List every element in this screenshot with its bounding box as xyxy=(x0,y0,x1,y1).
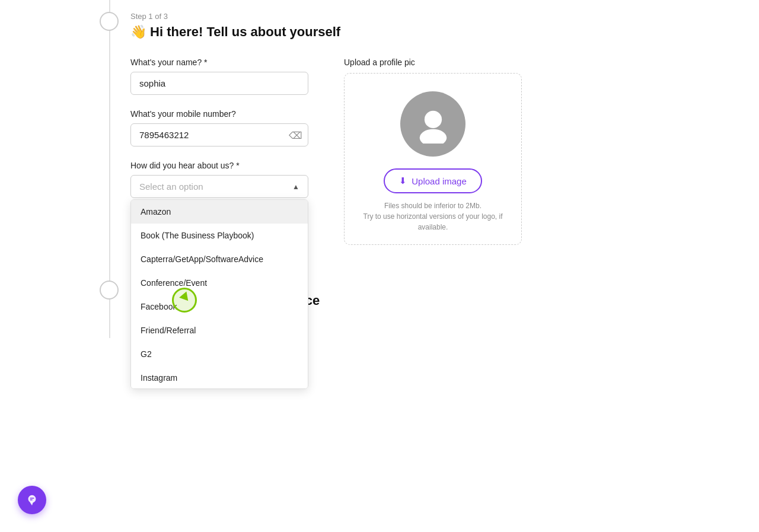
svg-rect-5 xyxy=(30,499,33,500)
dropdown-item-facebook[interactable]: Facebook xyxy=(131,295,308,318)
upload-icon: ⬇ xyxy=(399,176,407,186)
form-layout: What's your name? * What's your mobile n… xyxy=(130,58,723,245)
upload-image-label: Upload image xyxy=(412,176,467,186)
phone-field-group: What's your mobile number? ⌫ xyxy=(130,109,308,146)
step-1-section: Step 1 of 3 👋 Hi there! Tell us about yo… xyxy=(0,0,759,263)
svg-point-0 xyxy=(424,110,441,128)
step-2-section: Step 2 of 3 ⚙️ Customize your experience xyxy=(0,275,759,338)
upload-hint: Files should be inferior to 2Mb. Try to … xyxy=(356,200,509,232)
step-1-title: 👋 Hi there! Tell us about yourself xyxy=(130,24,723,40)
svg-marker-3 xyxy=(30,502,33,506)
user-avatar-icon xyxy=(414,105,452,144)
form-left: What's your name? * What's your mobile n… xyxy=(130,58,308,212)
referral-label: How did you hear about us? * xyxy=(130,161,308,170)
step-1-label: Step 1 of 3 xyxy=(130,12,723,21)
step-1-indicator xyxy=(100,12,119,31)
phone-input-wrapper: ⌫ xyxy=(130,123,308,146)
referral-dropdown-trigger[interactable]: Select an option ▲ xyxy=(130,175,308,198)
chat-icon xyxy=(25,493,39,506)
support-chat-button[interactable] xyxy=(18,486,46,514)
step-2-indicator xyxy=(100,281,119,300)
dropdown-item-friend[interactable]: Friend/Referral xyxy=(131,318,308,342)
svg-point-2 xyxy=(28,495,36,503)
svg-rect-4 xyxy=(30,498,34,498)
referral-field-group: How did you hear about us? * Select an o… xyxy=(130,161,308,198)
dropdown-item-instagram[interactable]: Instagram xyxy=(131,366,308,389)
referral-dropdown-wrapper: Select an option ▲ Amazon Book (The Busi… xyxy=(130,175,308,198)
chevron-up-icon: ▲ xyxy=(292,183,299,191)
referral-dropdown-menu: Amazon Book (The Business Playbook) Capt… xyxy=(130,199,308,389)
avatar-placeholder xyxy=(400,91,465,157)
svg-point-1 xyxy=(419,129,447,143)
phone-label: What's your mobile number? xyxy=(130,109,308,119)
dropdown-item-g2[interactable]: G2 xyxy=(131,342,308,366)
name-field-group: What's your name? * xyxy=(130,58,308,95)
form-right: Upload a profile pic ⬇ Upload image xyxy=(344,58,522,245)
name-label: What's your name? * xyxy=(130,58,308,67)
upload-hint-line1: Files should be inferior to 2Mb. xyxy=(384,202,481,210)
phone-input[interactable] xyxy=(130,123,308,146)
upload-hint-line2: Try to use horizontal versions of your l… xyxy=(363,212,503,231)
profile-upload-box: ⬇ Upload image Files should be inferior … xyxy=(344,73,522,245)
referral-placeholder: Select an option xyxy=(139,181,203,192)
backspace-icon: ⌫ xyxy=(289,129,302,141)
dropdown-item-book[interactable]: Book (The Business Playbook) xyxy=(131,224,308,247)
dropdown-item-capterra[interactable]: Capterra/GetApp/SoftwareAdvice xyxy=(131,247,308,271)
profile-upload-label: Upload a profile pic xyxy=(344,58,522,67)
dropdown-item-conference[interactable]: Conference/Event xyxy=(131,271,308,295)
name-input[interactable] xyxy=(130,72,308,95)
dropdown-item-amazon[interactable]: Amazon xyxy=(131,200,308,224)
upload-image-button[interactable]: ⬇ Upload image xyxy=(384,168,482,193)
